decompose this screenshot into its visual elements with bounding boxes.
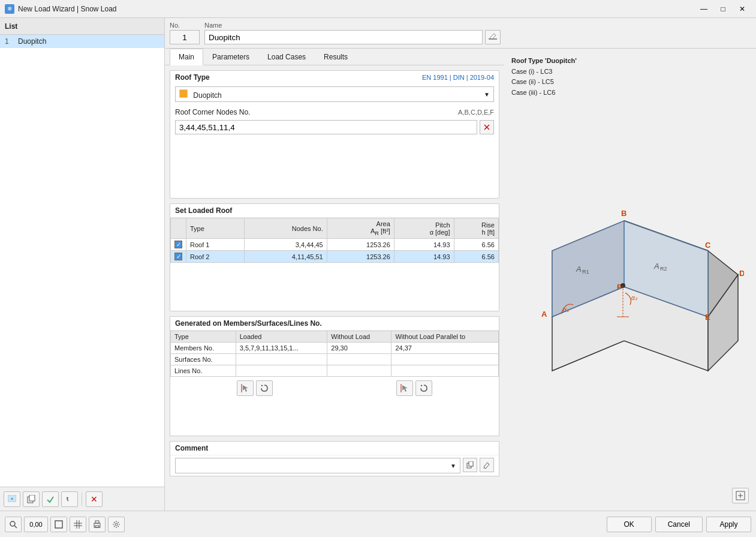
label-A: A xyxy=(541,310,547,319)
frame-btn[interactable] xyxy=(50,517,67,532)
label-E: E xyxy=(705,313,710,322)
row2-checkbox[interactable]: ✓ xyxy=(174,253,182,260)
close-button[interactable]: ✕ xyxy=(733,3,751,15)
zoom-value-btn[interactable]: 0,00 xyxy=(24,517,48,532)
loaded-roof-tbody: ✓ Roof 1 3,4,44,45 1253.26 14.93 6.56 xyxy=(171,239,499,263)
maximize-button[interactable]: □ xyxy=(714,3,732,15)
tabs-row: Main Parameters Load Cases Results xyxy=(165,49,504,65)
confirm-button[interactable] xyxy=(42,491,59,507)
reset2-icon xyxy=(420,384,428,392)
undo-button[interactable] xyxy=(61,491,78,507)
edit-button[interactable] xyxy=(485,30,501,44)
comment-dropdown[interactable]: ▼ xyxy=(175,458,460,473)
nodes-input[interactable] xyxy=(175,120,477,134)
svg-rect-3 xyxy=(29,495,35,501)
row2-type: Roof 2 xyxy=(186,251,245,263)
nodes-hint: A,B,C,D,E,F xyxy=(458,109,494,116)
tab-main[interactable]: Main xyxy=(170,49,203,65)
select-action-btn2[interactable] xyxy=(396,380,413,396)
diagram-actions xyxy=(509,485,751,506)
grid-btn[interactable] xyxy=(70,517,86,532)
copy-icon xyxy=(27,495,35,503)
delete-button[interactable]: ✕ xyxy=(86,491,103,507)
col-pitch: Pitchα [deg] xyxy=(394,218,454,239)
zoom-tool-btn[interactable] xyxy=(5,517,22,532)
col-nodes: Nodes No. xyxy=(244,218,327,239)
svg-rect-10 xyxy=(469,461,473,466)
cursor-icon xyxy=(241,384,249,392)
gen-row2-type: Surfaces No. xyxy=(171,354,236,365)
grid-icon xyxy=(74,520,82,529)
copy-button[interactable] xyxy=(23,491,40,507)
loaded-roof-empty-area xyxy=(170,263,499,311)
edit-icon xyxy=(489,33,497,41)
tab-results[interactable]: Results xyxy=(315,49,357,65)
print-btn[interactable] xyxy=(89,517,106,532)
minimize-button[interactable]: — xyxy=(695,3,713,15)
cursor2-icon xyxy=(400,384,409,392)
roof-type-dropdown-row: Duopitch ▼ xyxy=(170,84,499,106)
comment-copy-btn[interactable] xyxy=(463,458,477,472)
no-name-row: No. Name xyxy=(165,18,756,49)
roof-type-dropdown[interactable]: Duopitch ▼ xyxy=(175,86,494,102)
table-row: Lines No. xyxy=(171,365,499,377)
ok-button[interactable]: OK xyxy=(607,517,652,532)
table-row[interactable]: ✓ Roof 1 3,4,44,45 1253.26 14.93 6.56 xyxy=(171,239,499,251)
cancel-button[interactable]: Cancel xyxy=(655,517,703,532)
gen-row3-type: Lines No. xyxy=(171,365,236,377)
svg-rect-25 xyxy=(55,521,62,528)
generated-header-row: Type Loaded Without Load Without Load Pa… xyxy=(171,331,499,343)
list-item[interactable]: 1 Duopitch xyxy=(0,35,164,48)
row1-checkbox-cell[interactable]: ✓ xyxy=(171,239,186,251)
row1-nodes: 3,4,44,45 xyxy=(244,239,327,251)
svg-text:+: + xyxy=(11,496,14,502)
svg-rect-32 xyxy=(95,526,99,527)
check-icon xyxy=(46,495,55,503)
nodes-clear-button[interactable] xyxy=(480,120,494,134)
svg-line-24 xyxy=(14,526,17,528)
row1-area: 1253.26 xyxy=(327,239,394,251)
svg-point-23 xyxy=(10,521,15,526)
tab-load-cases[interactable]: Load Cases xyxy=(258,49,315,65)
reset-action-btn2[interactable] xyxy=(415,380,432,396)
roof-type-section: Roof Type EN 1991 | DIN | 2019-04 Duopit… xyxy=(170,70,499,199)
row2-pitch: 14.93 xyxy=(394,251,454,263)
form-column: Main Parameters Load Cases Results Roof … xyxy=(165,49,504,511)
select-action-btn[interactable] xyxy=(237,380,254,396)
col-check xyxy=(171,218,186,239)
label-C: C xyxy=(705,241,711,250)
left-panel: List 1 Duopitch + xyxy=(0,18,165,511)
window-controls: — □ ✕ xyxy=(695,3,751,15)
table-row[interactable]: ✓ Roof 2 4,11,45,51 1253.26 14.93 6.56 xyxy=(171,251,499,263)
comment-row: ▼ xyxy=(170,455,499,476)
generated-header: Generated on Members/Surfaces/Lines No. xyxy=(170,317,499,331)
row1-checkbox[interactable]: ✓ xyxy=(174,241,182,248)
add-button[interactable]: + xyxy=(4,491,20,507)
label-AR2-sub: R2 xyxy=(660,266,667,272)
comment-edit-btn[interactable] xyxy=(480,458,494,472)
name-input[interactable] xyxy=(204,30,483,44)
chevron-down-icon: ▼ xyxy=(484,91,490,98)
reset-action-btn[interactable] xyxy=(256,380,273,396)
row2-rise: 6.56 xyxy=(454,251,498,263)
diagram-action-btn[interactable] xyxy=(732,488,749,503)
print-icon xyxy=(93,520,101,529)
row2-checkbox-cell[interactable]: ✓ xyxy=(171,251,186,263)
nodes-row: Roof Corner Nodes No. A,B,C,D,E,F xyxy=(170,106,499,119)
tab-parameters[interactable]: Parameters xyxy=(203,49,258,65)
apply-button[interactable]: Apply xyxy=(706,517,751,532)
no-input[interactable] xyxy=(170,30,200,44)
window-title: New Load Wizard | Snow Load xyxy=(18,5,695,13)
comment-section: Comment ▼ xyxy=(170,441,499,476)
content-area: List 1 Duopitch + xyxy=(0,18,756,511)
col-rise: Riseh [ft] xyxy=(454,218,498,239)
row1-pitch: 14.93 xyxy=(394,239,454,251)
dropdown-color-icon: Duopitch xyxy=(179,89,222,100)
label-B: B xyxy=(621,209,627,218)
settings-btn[interactable] xyxy=(108,517,125,532)
nodes-label: Roof Corner Nodes No. xyxy=(175,108,250,116)
table-row: Members No. 3,5,7,9,11,13,15,1... 29,30 … xyxy=(171,343,499,354)
nodes-empty-area xyxy=(170,138,499,198)
edit-comment-icon xyxy=(483,461,490,469)
gen-row2-without xyxy=(327,354,391,365)
